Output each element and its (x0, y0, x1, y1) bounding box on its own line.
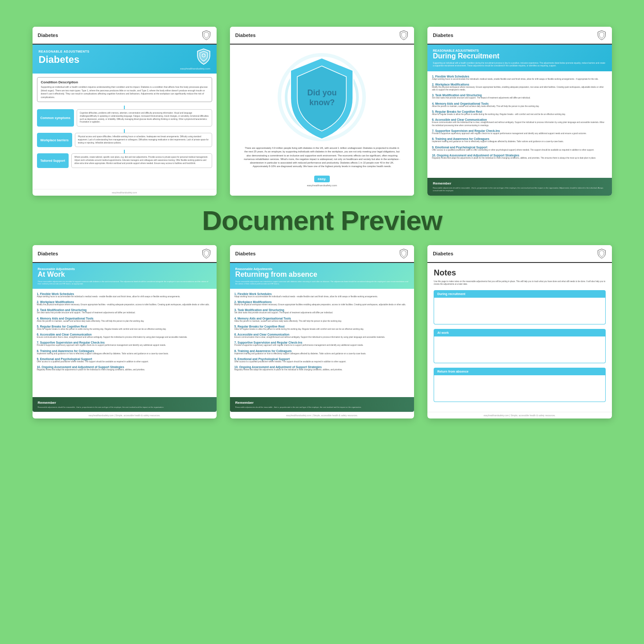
list-item-title: 5. Regular Breaks for Cognitive Rest (432, 110, 607, 113)
list-item-title: 7. Supportive Supervision and Regular Ch… (432, 129, 607, 132)
tailored-support-text: Where possible, create tailored, specifi… (74, 156, 209, 165)
page4-header: Diabetes (33, 245, 217, 263)
tailored-support-label: Tailored Support (41, 159, 65, 163)
list-item-title: 10. Ongoing Assessment and Adjustment of… (234, 365, 410, 369)
page4-remember-footer: Remember Reasonable adjustments should b… (33, 397, 217, 412)
main-page-title: Document Preview (202, 205, 442, 236)
page1-hero-shield-icon (195, 48, 212, 65)
condition-desc-label: Condition Description (41, 80, 208, 84)
page4-hero: Reasonable Adjustments At Work These rea… (33, 263, 217, 289)
page4-hero-label: Reasonable Adjustments (38, 267, 211, 271)
page3-body: 1. Flexible Work SchedulesAdapt working … (427, 71, 611, 178)
list-item-title: 1. Flexible Work Schedules (234, 292, 410, 295)
page-3-card: Diabetes Reasonable Adjustments During R… (427, 27, 611, 196)
list-item-text: Modify the physical workspace where nece… (432, 86, 607, 92)
list-item: 9. Emotional and Psychological SupportOf… (234, 357, 410, 363)
list-item: 1. Flexible Work SchedulesAdapt working … (432, 75, 607, 81)
page6-body: Notes Use this page to make notes on the… (427, 263, 611, 412)
list-item-title: 7. Supportive Supervision and Regular Ch… (234, 341, 410, 344)
page4-header-title: Diabetes (38, 251, 58, 256)
list-item: 4. Memory Aids and Organisational ToolsA… (432, 102, 607, 108)
list-item-title: 8. Training and Awareness for Colleagues (37, 349, 212, 353)
notes-section-work-label: At work (437, 331, 602, 334)
page5-remember-footer: Remember Reasonable adjustments should b… (230, 397, 414, 412)
notes-section-recruitment-header: During recruitment (434, 290, 605, 298)
page4-shield-icon (201, 249, 211, 258)
page6-subtitle: Use this page to make notes on the reaso… (434, 280, 605, 286)
list-item: 7. Supportive Supervision and Regular Ch… (234, 341, 410, 347)
common-symptoms-text: Cognitive difficulties, problems with me… (80, 112, 209, 124)
list-item-title: 9. Emotional and Psychological Support (234, 357, 410, 361)
list-item-text: Adapt working hours to accommodate the i… (37, 295, 212, 298)
list-item-title: 4. Memory Aids and Organisational Tools (37, 317, 212, 320)
list-item-text: Allow the person to maintain, sustain an… (432, 105, 607, 108)
document-grid-row2: Diabetes Reasonable Adjustments At Work … (33, 245, 612, 419)
list-item-title: 5. Regular Breaks for Cognitive Rest (37, 325, 212, 328)
page5-hero: Reasonable Adjustments Returning from ab… (230, 263, 414, 289)
page1-body: Condition Description Supporting an indi… (33, 74, 217, 189)
notes-section-recruitment-label: During recruitment (437, 292, 602, 295)
page2-header-title: Diabetes (235, 33, 256, 38)
notes-section-return-label: Return from absence (437, 370, 602, 373)
page5-shield-icon (399, 249, 409, 258)
workplace-barriers-text: Physical access and space difficulties. … (78, 135, 209, 144)
page3-hero: Reasonable Adjustments During Recruitmen… (427, 45, 611, 71)
list-item: 7. Supportive Supervision and Regular Ch… (432, 129, 607, 135)
list-item: 5. Regular Breaks for Cognitive RestAllo… (234, 325, 410, 331)
list-item: 5. Regular Breaks for Cognitive RestAllo… (432, 110, 607, 116)
list-item-text: Regularly review and adapt the adjustmen… (432, 157, 607, 160)
list-item: 1. Flexible Work SchedulesAdapt working … (37, 292, 212, 298)
list-item-title: 1. Flexible Work Schedules (432, 75, 607, 78)
notes-section-work-box[interactable] (434, 336, 605, 363)
notes-section-work-header: At work (434, 329, 605, 336)
page3-hero-text: Supporting an individual with a health c… (433, 62, 606, 68)
list-item: 5. Regular Breaks for Cognitive RestAllo… (37, 325, 212, 331)
page-5-card: Diabetes Reasonable Adjustments Returnin… (230, 245, 414, 419)
condition-desc-text: Supporting an individual with a health c… (41, 86, 208, 99)
page4-remember-label: Remember (38, 401, 211, 405)
page1-header: Diabetes (33, 27, 217, 45)
list-item-title: 8. Training and Awareness for Colleagues (234, 349, 410, 353)
list-item-text: Adapt working hours to accommodate the i… (234, 295, 410, 298)
notes-section-return-box[interactable] (434, 375, 605, 402)
page4-remember-text: Reasonable adjustments should be reasona… (38, 406, 211, 409)
list-item-text: Offer access to a qualified practitioner… (234, 361, 410, 363)
list-item-title: 10. Ongoing Assessment and Adjustment of… (432, 154, 607, 157)
page-6-card: Diabetes Notes Use this page to make not… (427, 245, 611, 419)
list-item-text: Set clear tasks that provide structure a… (432, 97, 607, 99)
list-item: 4. Memory Aids and Organisational ToolsA… (234, 317, 410, 323)
list-item-title: 2. Workplace Modifications (432, 83, 607, 86)
page5-hero-title: Returning from absence (235, 271, 409, 279)
section-row-support: Tailored Support Where possible, create … (37, 153, 212, 168)
list-item-title: 5. Regular Breaks for Cognitive Rest (234, 325, 410, 328)
list-item-text: Ensure communication with the individual… (432, 121, 607, 127)
page5-remember-text: Reasonable adjustments should be reasona… (235, 406, 409, 409)
list-item-title: 2. Workplace Modifications (37, 300, 212, 304)
page1-shield-icon (201, 30, 211, 40)
list-item: 2. Workplace ModificationsModify the phy… (37, 300, 212, 306)
list-item: 2. Workplace ModificationsModify the phy… (234, 300, 410, 306)
page3-hero-title: During Recruitment (433, 52, 606, 60)
page3-remember-footer: Remember Reasonable adjustments should b… (427, 178, 611, 195)
list-item-text: Provide a supportive supervisory approac… (234, 344, 410, 347)
list-item-text: Provide a supportive supervisory approac… (37, 344, 212, 347)
notes-section-recruitment-box[interactable] (434, 298, 605, 324)
did-you-know-headline: Did you know? (295, 88, 349, 107)
page5-header-title: Diabetes (235, 251, 256, 256)
page3-shield-icon (597, 30, 607, 40)
connector-3 (124, 150, 125, 153)
common-symptoms-label-box: Common symptoms (37, 109, 74, 127)
list-item-text: Allow the person to maintain, sustain an… (234, 320, 410, 323)
workplace-barriers-label-box: Workplace barriers (37, 133, 72, 147)
page-2-card: Diabetes Did you know? (230, 27, 414, 196)
list-item: 10. Ongoing Assessment and Adjustment of… (234, 365, 410, 371)
list-item-text: Modify the physical workspace where nece… (234, 304, 410, 306)
page6-title: Notes (434, 268, 605, 278)
page2-site: easyhealthandsafety.com (307, 184, 337, 187)
page4-body: 1. Flexible Work SchedulesAdapt working … (33, 289, 217, 397)
list-item: 6. Accessible and Clear CommunicationEns… (234, 333, 410, 339)
page5-remember-label: Remember (235, 401, 409, 405)
list-item-text: Set clear tasks that provide structure a… (234, 312, 410, 314)
list-item: 6. Accessible and Clear CommunicationEns… (37, 333, 212, 339)
list-item-title: 3. Task Modification and Structuring (432, 94, 607, 97)
